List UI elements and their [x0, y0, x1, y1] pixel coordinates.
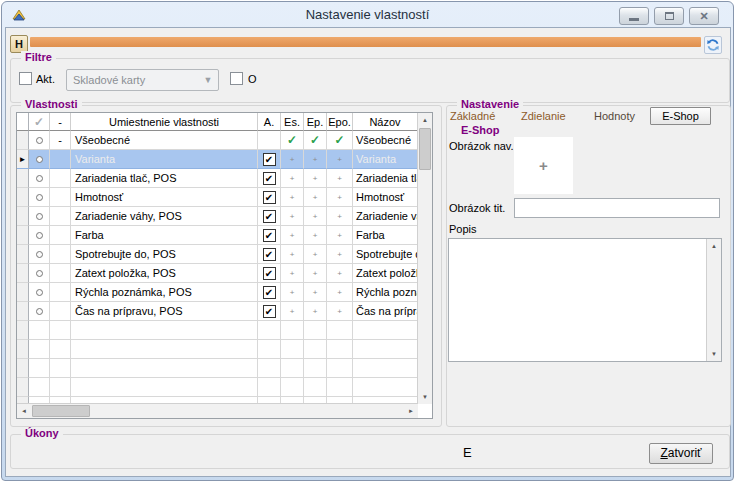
chevron-down-icon: ▼: [200, 72, 216, 88]
table-row[interactable]: -Všeobecné✓✓✓Všeobecné: [17, 131, 418, 150]
table-row-empty: [17, 340, 418, 359]
row-checkbox[interactable]: ✔: [263, 267, 276, 280]
header-check-icon[interactable]: ✓: [29, 113, 50, 131]
header-name[interactable]: Názov: [353, 113, 418, 131]
header-es[interactable]: Es.: [281, 113, 304, 131]
tab-zdielanie[interactable]: Zdielanie: [521, 110, 566, 122]
scroll-down-icon[interactable]: ▼: [418, 390, 432, 404]
zatvorit-accel: Z: [660, 446, 667, 460]
dot-icon: +: [313, 250, 318, 259]
akt-checkbox[interactable]: [19, 72, 32, 85]
scroll-up-icon[interactable]: ▲: [418, 113, 432, 127]
table-row[interactable]: Čas na prípravu, POS✔+++Čas na prípravu,…: [17, 302, 418, 321]
dot-icon: +: [290, 231, 295, 240]
row-checkbox[interactable]: ✔: [263, 248, 276, 261]
row-checkbox[interactable]: ✔: [263, 305, 276, 318]
row-marker-icon: ►: [19, 155, 27, 164]
settings-group-label: Nastavenie: [457, 98, 523, 110]
row-circle-icon: [36, 175, 43, 182]
table-row[interactable]: Rýchla poznámka, POS✔+++Rýchla poznámka,…: [17, 283, 418, 302]
row-checkbox[interactable]: ✔: [263, 286, 276, 299]
header-location[interactable]: Umiestnenie vlastnosti: [71, 113, 258, 131]
maximize-icon: [665, 12, 674, 20]
grid-rows: -Všeobecné✓✓✓Všeobecné►Varianta✔+++Varia…: [17, 131, 432, 416]
title-bar: Nastavenie vlastností ✕: [2, 2, 733, 28]
row-checkbox[interactable]: ✔: [263, 172, 276, 185]
row-circle-icon: [36, 137, 43, 144]
row-checkbox[interactable]: ✔: [263, 153, 276, 166]
akt-label: Akt.: [36, 73, 55, 85]
refresh-icon: [706, 38, 720, 52]
zatvorit-rest: atvoriť: [668, 446, 702, 460]
dot-icon: +: [313, 288, 318, 297]
tab-hodnoty[interactable]: Hodnoty: [594, 110, 635, 122]
toolbar-accent-bar: [30, 37, 701, 47]
minimize-button[interactable]: [619, 7, 649, 25]
horizontal-scrollbar[interactable]: ◄ ►: [17, 403, 418, 418]
dot-icon: +: [313, 231, 318, 240]
description-textarea[interactable]: ▲ ▼: [448, 238, 722, 362]
dot-icon: +: [337, 193, 342, 202]
maximize-button[interactable]: [654, 7, 684, 25]
dot-icon: +: [313, 212, 318, 221]
table-row-empty: [17, 321, 418, 340]
zatvorit-button[interactable]: Zatvoriť: [649, 443, 713, 464]
dot-icon: +: [290, 193, 295, 202]
dot-icon: +: [337, 307, 342, 316]
vertical-scroll-thumb[interactable]: [419, 128, 431, 170]
minimize-icon: [629, 18, 639, 21]
vertical-scrollbar[interactable]: ▲ ▼: [417, 113, 432, 404]
row-checkbox[interactable]: ✔: [263, 191, 276, 204]
table-row[interactable]: Zariadenia tlač, POS✔+++Zariadenia tlač,…: [17, 169, 418, 188]
close-button[interactable]: ✕: [689, 7, 719, 25]
dot-icon: +: [313, 269, 318, 278]
scroll-right-icon[interactable]: ►: [404, 404, 418, 418]
table-header: ✓ - Umiestnenie vlastnosti A. Es. Ep. Ep…: [17, 113, 418, 131]
o-label: O: [248, 73, 257, 85]
table-row[interactable]: Farba✔+++Farba: [17, 226, 418, 245]
tab-eshop[interactable]: E-Shop: [650, 107, 711, 125]
dot-icon: +: [313, 155, 318, 164]
dot-icon: +: [313, 307, 318, 316]
e-text: E: [463, 445, 472, 460]
scroll-down-icon[interactable]: ▼: [707, 347, 721, 361]
table-row[interactable]: ►Varianta✔+++Varianta: [17, 150, 418, 169]
refresh-button[interactable]: [704, 36, 722, 54]
table-row-empty: [17, 378, 418, 397]
dot-icon: +: [337, 250, 342, 259]
row-circle-icon: [36, 289, 43, 296]
tab-zakladne[interactable]: Základné: [450, 110, 495, 122]
header-a[interactable]: A.: [258, 113, 281, 131]
scroll-left-icon[interactable]: ◄: [17, 404, 31, 418]
check-icon: ✓: [334, 133, 344, 147]
table-row-empty: [17, 359, 418, 378]
table-row[interactable]: Hmotnosť✔+++Hmotnosť: [17, 188, 418, 207]
dot-icon: +: [337, 288, 342, 297]
image-nav-placeholder[interactable]: +: [514, 137, 573, 194]
scroll-up-icon[interactable]: ▲: [707, 239, 721, 253]
row-circle-icon: [36, 194, 43, 201]
filter-combobox-value: Skladové karty: [73, 74, 145, 86]
header-dash[interactable]: -: [50, 113, 71, 131]
header-ep[interactable]: Ep.: [304, 113, 327, 131]
table-row[interactable]: Zariadenie váhy, POS✔+++Zariadenie váhy,…: [17, 207, 418, 226]
plus-icon: +: [539, 157, 548, 174]
dot-icon: +: [290, 288, 295, 297]
image-title-input[interactable]: [514, 198, 720, 218]
row-circle-icon: [36, 270, 43, 277]
row-circle-icon: [36, 156, 43, 163]
dot-icon: +: [337, 269, 342, 278]
dot-icon: +: [337, 174, 342, 183]
description-label: Popis: [449, 223, 477, 235]
table-row[interactable]: Zatext položka, POS✔+++Zatext položka, P…: [17, 264, 418, 283]
row-checkbox[interactable]: ✔: [263, 229, 276, 242]
o-checkbox[interactable]: [230, 72, 243, 85]
properties-table: ✓ - Umiestnenie vlastnosti A. Es. Ep. Ep…: [16, 112, 433, 419]
table-row[interactable]: Spotrebujte do, POS✔+++Spotrebujte do, P…: [17, 245, 418, 264]
dot-icon: +: [290, 174, 295, 183]
textarea-scrollbar[interactable]: ▲ ▼: [706, 239, 721, 361]
header-epo[interactable]: Epo.: [327, 113, 353, 131]
filter-combobox[interactable]: Skladové karty ▼: [66, 69, 219, 91]
horizontal-scroll-thumb[interactable]: [32, 405, 90, 417]
row-checkbox[interactable]: ✔: [263, 210, 276, 223]
